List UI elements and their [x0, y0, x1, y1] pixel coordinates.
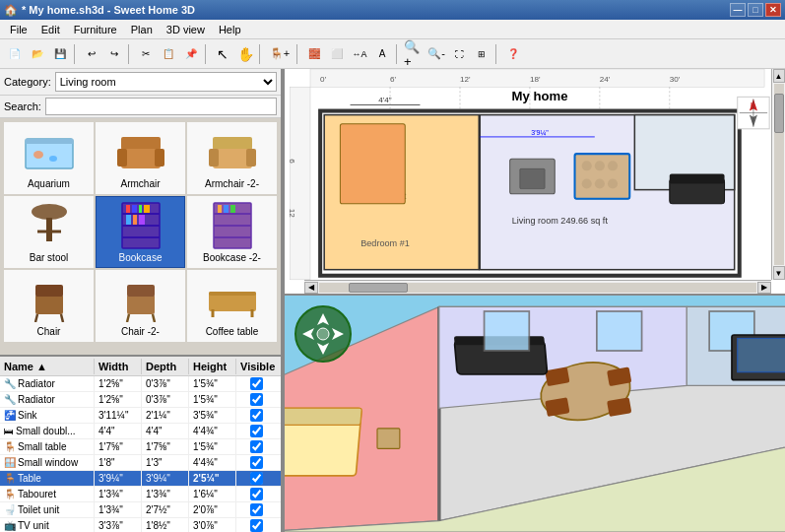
close-button[interactable]: ✕: [765, 3, 781, 17]
floor-plan[interactable]: 0' 6' 12' 18' 24' 30' 6 12 My home 4'4": [285, 69, 785, 296]
app-icon: 🏠: [4, 4, 18, 17]
furniture-item-aquarium[interactable]: Aquarium: [4, 122, 94, 194]
table-row[interactable]: 🪟Small window 1'8" 1'3" 4'4¾": [0, 455, 281, 471]
category-select[interactable]: Living room: [55, 72, 277, 92]
svg-rect-38: [127, 285, 155, 297]
table-row[interactable]: 🚽Toilet unit 1'3¾" 2'7½" 2'0⅞": [0, 502, 281, 518]
toolbar-sep4: [259, 44, 263, 64]
room-button[interactable]: ⬜: [326, 43, 348, 65]
col-width[interactable]: Width: [95, 359, 142, 374]
table-row-selected[interactable]: 🪑Table 3'9¼" 3'9¼" 2'5¼": [0, 471, 281, 487]
scroll-down-btn[interactable]: ▼: [773, 266, 785, 280]
h-scrollbar[interactable]: ◀ ▶: [304, 280, 771, 294]
chair-svg: [26, 277, 73, 322]
help-button[interactable]: ❓: [502, 43, 524, 65]
v-scrollbar[interactable]: ▲ ▼: [771, 69, 785, 280]
col-depth[interactable]: Depth: [142, 359, 189, 374]
furniture-item-armchair2[interactable]: Armchair -2-: [187, 122, 277, 194]
furniture-item-coffeetable[interactable]: Coffee table: [187, 270, 277, 342]
td-depth: 2'1¼": [142, 408, 189, 423]
cut-button[interactable]: ✂: [135, 43, 157, 65]
minimize-button[interactable]: —: [730, 3, 746, 17]
fit-button[interactable]: ⛶: [448, 43, 470, 65]
table-row[interactable]: 🛏Small doubl... 4'4" 4'4" 4'4¾": [0, 424, 281, 439]
furniture-item-armchair[interactable]: Armchair: [96, 122, 185, 194]
scroll-up-btn[interactable]: ▲: [773, 69, 785, 83]
col-height[interactable]: Height: [189, 359, 236, 374]
menu-help[interactable]: Help: [213, 21, 247, 38]
td-depth: 0'3⅞": [142, 376, 189, 391]
3d-navigation-control[interactable]: [294, 305, 352, 363]
col-name[interactable]: Name ▲: [0, 359, 95, 374]
view3d[interactable]: [285, 296, 785, 532]
chair-icon: [20, 275, 79, 324]
titlebar-left: 🏠 * My home.sh3d - Sweet Home 3D: [4, 4, 195, 17]
new-button[interactable]: 📄: [4, 43, 26, 65]
add-furniture-button[interactable]: 🪑+: [266, 43, 294, 65]
main-layout: Category: Living room Search:: [0, 69, 785, 532]
table-row[interactable]: 📺TV unit 3'3⅞" 1'8½" 3'0⅞": [0, 518, 281, 532]
text-button[interactable]: A: [371, 43, 393, 65]
scroll-thumb-h[interactable]: [349, 283, 408, 293]
undo-button[interactable]: ↩: [81, 43, 102, 65]
table-row[interactable]: 🪑Tabouret 1'3¾" 1'3¾" 1'6¼": [0, 487, 281, 502]
svg-rect-108: [485, 311, 530, 351]
svg-text:Living room  249.66 sq ft: Living room 249.66 sq ft: [512, 216, 609, 226]
menu-plan[interactable]: Plan: [125, 21, 159, 38]
td-name: 🪑Small table: [0, 439, 95, 454]
furniture-item-bookcase2[interactable]: Bookcase -2-: [187, 196, 277, 268]
toolbar-sep2: [128, 44, 132, 64]
zoom-out-button[interactable]: 🔍-: [425, 43, 447, 65]
bookcase-label: Bookcase: [119, 252, 163, 263]
td-visible: [236, 408, 276, 423]
furniture-item-barstool[interactable]: Bar stool: [4, 196, 94, 268]
menu-furniture[interactable]: Furniture: [68, 21, 123, 38]
furniture-item-chair2[interactable]: Chair -2-: [96, 270, 185, 342]
redo-button[interactable]: ↪: [103, 43, 125, 65]
titlebar-title: * My home.sh3d - Sweet Home 3D: [22, 4, 195, 16]
table-row[interactable]: 🔧Radiator 1'2⅝" 0'3⅞" 1'5¾": [0, 392, 281, 408]
cursor-button[interactable]: ↖: [212, 43, 233, 65]
zoom-in-button[interactable]: 🔍+: [403, 43, 425, 65]
allview-button[interactable]: ⊞: [471, 43, 492, 65]
svg-rect-7: [121, 137, 161, 149]
svg-point-70: [582, 161, 592, 170]
right-panel: 0' 6' 12' 18' 24' 30' 6 12 My home 4'4": [285, 69, 785, 532]
category-label: Category:: [4, 76, 51, 88]
svg-rect-31: [224, 205, 229, 213]
svg-rect-9: [209, 149, 219, 166]
table-row[interactable]: 🚰Sink 3'11¼" 2'1¼" 3'5¾": [0, 408, 281, 424]
search-input[interactable]: [45, 98, 277, 115]
table-row[interactable]: 🔧Radiator 1'2⅝" 0'3⅞" 1'5¾": [0, 376, 281, 392]
scroll-track-h[interactable]: [319, 283, 756, 293]
scroll-left-btn[interactable]: ◀: [304, 282, 318, 294]
left-column: Category: Living room Search:: [0, 69, 281, 532]
col-visible[interactable]: Visible: [236, 359, 276, 374]
wall-button[interactable]: 🧱: [303, 43, 325, 65]
svg-rect-68: [520, 168, 545, 188]
paste-button[interactable]: 📌: [180, 43, 202, 65]
furniture-item-chair[interactable]: Chair: [4, 270, 94, 342]
copy-button[interactable]: 📋: [158, 43, 179, 65]
search-label: Search:: [4, 100, 41, 112]
svg-rect-28: [214, 225, 251, 227]
menu-edit[interactable]: Edit: [35, 21, 66, 38]
scroll-right-btn[interactable]: ▶: [757, 282, 771, 294]
svg-rect-11: [213, 137, 252, 149]
maximize-button[interactable]: □: [748, 3, 763, 17]
furniture-item-bookcase[interactable]: Bookcase: [96, 196, 185, 268]
scroll-track-v[interactable]: [774, 84, 784, 265]
svg-text:My home: My home: [512, 89, 568, 103]
menu-3dview[interactable]: 3D view: [161, 21, 211, 38]
svg-rect-24: [133, 215, 137, 225]
menu-file[interactable]: File: [4, 21, 33, 38]
dim-button[interactable]: ↔A: [349, 43, 370, 65]
scroll-thumb-v[interactable]: [774, 94, 784, 133]
open-button[interactable]: 📂: [27, 43, 48, 65]
table-row[interactable]: 🪑Small table 1'7⅝" 1'7⅝" 1'5¾": [0, 439, 281, 455]
td-width: 3'3⅞": [95, 518, 142, 532]
td-visible: [236, 487, 276, 501]
hand-button[interactable]: ✋: [234, 43, 256, 65]
save-button[interactable]: 💾: [49, 43, 71, 65]
svg-rect-1: [26, 139, 73, 144]
